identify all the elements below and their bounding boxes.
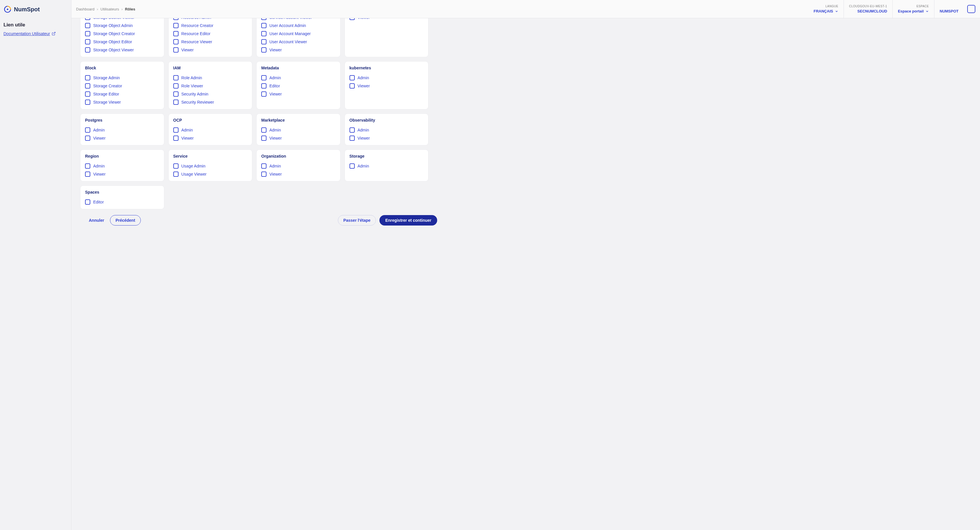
checkbox-icon <box>173 47 178 53</box>
role-card: ServiceUsage AdminUsage Viewer <box>169 150 253 181</box>
role-checkbox-row[interactable]: User Account Admin <box>261 21 336 30</box>
role-label: Storage Object Admin <box>93 23 133 28</box>
role-label: Resource Admin <box>181 18 211 20</box>
card-title: Marketplace <box>261 118 336 123</box>
svg-line-1 <box>53 32 55 34</box>
role-label: Viewer <box>269 136 282 140</box>
crumb-users[interactable]: Utilisateurs <box>100 7 119 11</box>
role-checkbox-row[interactable]: Viewer <box>261 46 336 54</box>
role-checkbox-row[interactable]: Security Reviewer <box>173 98 248 106</box>
sidebar-heading: Lien utile <box>3 22 68 28</box>
role-checkbox-row[interactable]: Resource Editor <box>173 30 248 38</box>
role-checkbox-row[interactable]: Viewer <box>173 46 248 54</box>
checkbox-icon <box>85 83 90 89</box>
role-checkbox-row[interactable]: Admin <box>350 126 424 134</box>
crumb-dashboard[interactable]: Dashboard <box>76 7 95 11</box>
space-label: ESPACE <box>916 5 929 8</box>
cancel-button[interactable]: Annuler <box>89 218 104 223</box>
role-checkbox-row[interactable]: Role Viewer <box>173 82 248 90</box>
role-checkbox-row[interactable]: Admin <box>173 126 248 134</box>
org-label <box>958 5 959 8</box>
role-checkbox-row[interactable]: Usage Admin <box>173 162 248 170</box>
role-checkbox-row[interactable]: Admin <box>350 162 424 170</box>
role-checkbox-row[interactable]: Admin <box>261 126 336 134</box>
chevron-down-icon <box>835 10 838 13</box>
role-label: Admin <box>181 128 193 132</box>
role-checkbox-row[interactable]: Editor <box>261 82 336 90</box>
previous-button[interactable]: Précédent <box>110 215 141 226</box>
role-checkbox-row[interactable]: Resource Admin <box>173 18 248 21</box>
language-value: FRANÇAIS <box>814 9 833 13</box>
role-checkbox-row[interactable]: Admin <box>261 162 336 170</box>
role-grid: Storage Bucket EditorStorage Bucket View… <box>80 18 428 209</box>
role-card: IAMRole AdminRole ViewerSecurity AdminSe… <box>169 61 253 110</box>
logo[interactable]: NumSpot <box>3 5 68 13</box>
role-checkbox-row[interactable]: Resource Viewer <box>173 38 248 46</box>
checkbox-icon <box>85 100 90 105</box>
role-checkbox-row[interactable]: Admin <box>85 126 159 134</box>
card-title: Observability <box>350 118 424 123</box>
role-card: Service Account ManagerService Account V… <box>256 18 340 57</box>
card-title: Metadata <box>261 65 336 70</box>
checkbox-icon <box>85 91 90 97</box>
role-checkbox-row[interactable]: Security Admin <box>173 90 248 98</box>
role-checkbox-row[interactable]: Viewer <box>350 134 424 142</box>
role-checkbox-row[interactable]: Role Admin <box>173 74 248 82</box>
role-checkbox-row[interactable]: Usage Viewer <box>173 170 248 178</box>
role-checkbox-row[interactable]: Admin <box>261 74 336 82</box>
role-checkbox-row[interactable]: Viewer <box>350 18 424 21</box>
avatar-block[interactable] <box>964 0 975 18</box>
region-label: CLOUDGOUV-EU-WEST-1 <box>849 5 887 8</box>
role-label: Viewer <box>181 48 194 52</box>
checkbox-icon <box>350 83 355 89</box>
role-checkbox-row[interactable]: User Account Viewer <box>261 38 336 46</box>
role-checkbox-row[interactable]: Storage Bucket Viewer <box>85 18 159 21</box>
role-checkbox-row[interactable]: Viewer <box>350 82 424 90</box>
role-label: Viewer <box>93 136 106 140</box>
role-checkbox-row[interactable]: Storage Creator <box>85 82 159 90</box>
role-checkbox-row[interactable]: Storage Object Creator <box>85 30 159 38</box>
role-label: Admin <box>358 128 369 132</box>
space-selector[interactable]: ESPACE Espace portail <box>892 0 934 18</box>
role-card: BlockStorage AdminStorage CreatorStorage… <box>80 61 164 110</box>
chevron-right-icon: › <box>97 7 98 11</box>
doc-link[interactable]: Documentation Utilisateur <box>3 31 68 36</box>
role-checkbox-row[interactable]: Viewer <box>173 134 248 142</box>
role-checkbox-row[interactable]: Viewer <box>261 170 336 178</box>
language-selector[interactable]: LANGUE FRANÇAIS <box>808 0 843 18</box>
role-checkbox-row[interactable]: Viewer <box>85 134 159 142</box>
role-label: Storage Viewer <box>93 100 121 105</box>
checkbox-icon <box>173 18 178 20</box>
role-checkbox-row[interactable]: Admin <box>350 74 424 82</box>
role-checkbox-row[interactable]: Admin <box>85 162 159 170</box>
role-checkbox-row[interactable]: Service Account Viewer <box>261 18 336 21</box>
role-checkbox-row[interactable]: Viewer <box>261 90 336 98</box>
role-checkbox-row[interactable]: Storage Object Editor <box>85 38 159 46</box>
role-label: Viewer <box>93 172 106 177</box>
role-checkbox-row[interactable]: Viewer <box>85 170 159 178</box>
role-checkbox-row[interactable]: Storage Admin <box>85 74 159 82</box>
checkbox-icon <box>261 18 266 20</box>
role-checkbox-row[interactable]: Storage Object Viewer <box>85 46 159 54</box>
checkbox-icon <box>173 91 178 97</box>
role-checkbox-row[interactable]: Resource Creator <box>173 21 248 30</box>
role-checkbox-row[interactable]: Storage Editor <box>85 90 159 98</box>
role-label: Viewer <box>269 172 282 177</box>
checkbox-icon <box>261 83 266 89</box>
avatar <box>967 5 975 13</box>
role-label: Viewer <box>358 84 370 88</box>
skip-button[interactable]: Passer l'étape <box>338 215 376 226</box>
role-checkbox-row[interactable]: Editor <box>85 198 159 206</box>
role-card: SpacesEditor <box>80 185 164 209</box>
checkbox-icon <box>173 75 178 80</box>
role-checkbox-row[interactable]: Storage Viewer <box>85 98 159 106</box>
save-continue-button[interactable]: Enregistrer et continuer <box>379 215 437 226</box>
role-label: Security Admin <box>181 92 208 96</box>
role-checkbox-row[interactable]: User Account Manager <box>261 30 336 38</box>
org-value: NUMSPOT <box>940 9 959 13</box>
role-checkbox-row[interactable]: Viewer <box>261 134 336 142</box>
chevron-right-icon: › <box>121 7 123 11</box>
checkbox-icon <box>85 127 90 133</box>
role-label: Storage Object Viewer <box>93 48 134 52</box>
role-checkbox-row[interactable]: Storage Object Admin <box>85 21 159 30</box>
